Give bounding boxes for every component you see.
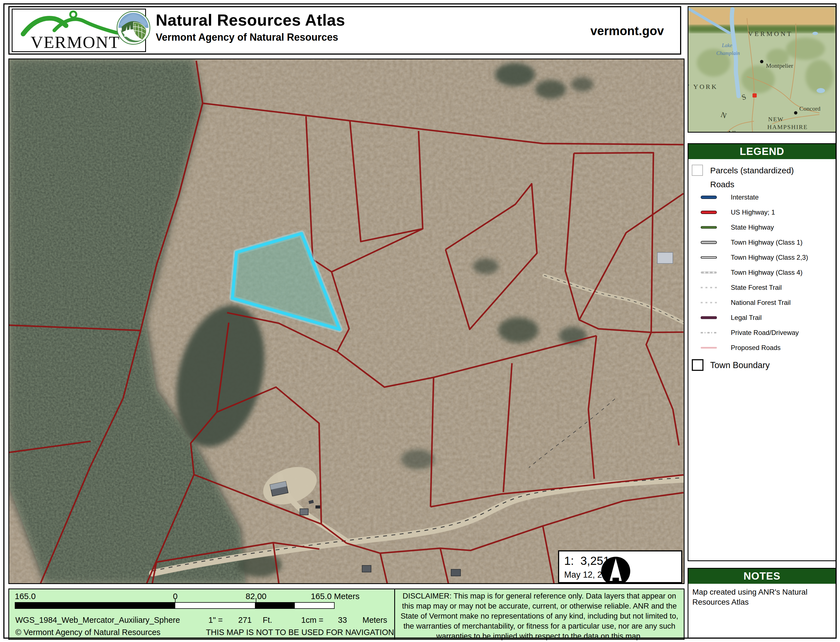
location-marker: [753, 93, 757, 97]
inset-label-nh-line2: HAMPSHIRE: [767, 123, 808, 130]
cm-value: 33: [338, 616, 347, 625]
inch-unit: Ft.: [263, 616, 272, 625]
parcels-swatch: [692, 165, 703, 176]
legend-item-label: Town Highway (Class 2,3): [731, 254, 808, 261]
inset-terrain: VERMONT W YORK Lake Champlain Montpelier…: [688, 7, 835, 132]
inset-label-lake-line2: Champlain: [716, 50, 740, 56]
copyright-text: © Vermont Agency of Natural Resources: [15, 628, 160, 637]
inset-label-albany: Albany: [727, 129, 748, 132]
inset-label-vermont: VERMONT: [748, 30, 793, 37]
inset-label-concord: Concord: [800, 105, 821, 112]
navigation-warning: THIS MAP IS NOT TO BE USED FOR NAVIGATIO…: [206, 628, 394, 637]
legend-item-row: Proposed Roads: [688, 340, 835, 355]
town-boundary-row: Town Boundary: [692, 358, 839, 373]
legend-item-row: Town Highway (Class 1): [688, 235, 835, 250]
scalebar-right-label: 165.0 Meters: [311, 592, 359, 601]
inset-label-lake-line1: Lake: [722, 42, 732, 48]
legend-item-label: State Forest Trail: [731, 284, 782, 292]
cm-equals: 1cm =: [301, 616, 324, 625]
legend-panel: LEGEND Parcels (standardized) Roads Inte…: [688, 143, 837, 561]
aerial-imagery: [9, 59, 684, 583]
small-lake-2: [812, 32, 818, 35]
notes-body: Map created using ANR's Natural Resource…: [692, 587, 815, 607]
notes-panel: NOTES Map created using ANR's Natural Re…: [688, 568, 837, 639]
title-block: Natural Resources Atlas Vermont Agency o…: [156, 11, 345, 43]
page-subtitle: Vermont Agency of Natural Resources: [156, 31, 345, 43]
inch-equals: 1" =: [209, 616, 223, 625]
cm-unit: Meters: [363, 616, 387, 625]
legend-item-label: Proposed Roads: [731, 344, 781, 352]
north-arrow-icon: [555, 556, 677, 584]
locator-inset-map[interactable]: VERMONT W YORK Lake Champlain Montpelier…: [688, 6, 837, 133]
legend-road-items: Interstate US Highway; 1 State Highway T…: [688, 190, 835, 355]
inset-label-montpelier: Montpelier: [766, 62, 793, 69]
header-bar: VERMONT Natural Resources Atlas Vermont …: [8, 6, 681, 55]
small-lake: [817, 88, 825, 93]
legal-trail-line-swatch: [701, 316, 717, 319]
legend-item-row: Town Highway (Class 4): [688, 265, 835, 280]
legend-item-row: Private Road/Driveway: [688, 325, 835, 340]
page-title: Natural Resources Atlas: [156, 11, 345, 29]
vermont-gov-wordmark: vermont.gov: [590, 24, 664, 38]
town-highway-4-line-swatch: [701, 271, 717, 274]
private-road-line-swatch: [701, 332, 717, 334]
interstate-line-swatch: [701, 196, 717, 199]
legend-item-row: Town Highway (Class 2,3): [688, 250, 835, 265]
disclaimer-text: DISCLAIMER: This map is for general refe…: [395, 589, 684, 639]
projection-name: WGS_1984_Web_Mercator_Auxiliary_Sphere: [15, 616, 180, 625]
inset-label-nh-line1: NEW: [768, 116, 784, 123]
legend-item-label: Private Road/Driveway: [731, 329, 799, 337]
legend-item-label: State Highway: [731, 224, 774, 231]
state-highway-line-swatch: [701, 226, 717, 229]
us-highway-line-swatch: [701, 211, 717, 214]
notes-header: NOTES: [688, 569, 835, 584]
inset-north-band: [688, 7, 835, 27]
disclaimer-panel: DISCLAIMER: This map is for general refe…: [394, 588, 685, 640]
legend-item-row: Interstate: [688, 190, 835, 205]
roads-group-label: Roads: [710, 180, 735, 189]
anr-logo: [116, 10, 151, 46]
legend-item-label: Legal Trail: [731, 314, 762, 321]
state-forest-trail-line-swatch: [701, 287, 717, 289]
legend-item-row: National Forest Trail: [688, 295, 835, 310]
parcels-label: Parcels (standardized): [710, 166, 794, 175]
national-forest-trail-line-swatch: [701, 302, 717, 303]
vermont-logo-text: VERMONT: [31, 32, 120, 51]
scale-info-bar: 165.0 0 82.00 165.0 Meters WGS_1984_Web_…: [8, 588, 395, 640]
legend-item-label: National Forest Trail: [731, 299, 791, 306]
legend-item-label: US Highway; 1: [731, 208, 775, 216]
inset-label-new-york: W YORK: [688, 83, 718, 90]
scale-bar: [15, 602, 335, 609]
legend-item-row: Legal Trail: [688, 310, 835, 325]
town-boundary-swatch: [692, 359, 704, 371]
map-viewport[interactable]: 1: 3,251 May 12, 2025: [8, 58, 685, 584]
legend-item-row: State Highway: [688, 220, 835, 235]
town-highway-1-line-swatch: [701, 241, 717, 244]
proposed-roads-line-swatch: [701, 347, 717, 349]
legend-parcels-row: Parcels (standardized): [692, 164, 839, 177]
legend-item-label: Town Highway (Class 4): [731, 269, 803, 276]
scalebar-left-label: 165.0: [15, 592, 36, 601]
legend-header: LEGEND: [688, 144, 835, 159]
scalebar-seg1: [15, 602, 175, 609]
scalebar-seg3: [255, 602, 295, 609]
legend-item-row: State Forest Trail: [688, 280, 835, 295]
scalebar-seg4: [294, 602, 335, 609]
legend-item-label: Interstate: [731, 193, 759, 201]
town-highway-23-line-swatch: [701, 256, 717, 259]
agency-logos: VERMONT: [12, 9, 146, 52]
town-boundary-label: Town Boundary: [710, 360, 770, 370]
legend-item-row: US Highway; 1: [688, 205, 835, 220]
legend-item-label: Town Highway (Class 1): [731, 238, 803, 246]
scalebar-seg2: [175, 602, 256, 609]
inch-value: 271: [238, 616, 252, 625]
scale-display-box: 1: 3,251 May 12, 2025: [558, 550, 682, 583]
